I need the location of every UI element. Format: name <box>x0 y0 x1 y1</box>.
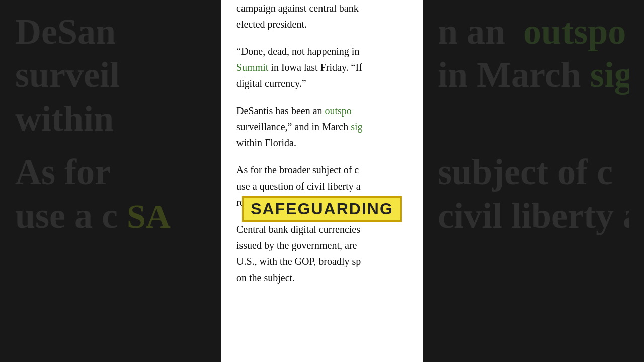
outspo-link: outspo <box>325 105 352 116</box>
sig-link: sig <box>351 121 362 132</box>
paragraph-1: campaign against central bank elected pr… <box>236 0 408 32</box>
video-frame: DeSan surveil within As for use a c SA n… <box>0 0 644 362</box>
paragraph-3: DeSantis has been an outspo surveillance… <box>236 103 408 151</box>
dark-overlay-left <box>0 0 221 362</box>
paragraph-5: Central bank digital currencies issued b… <box>236 221 408 286</box>
article-panel: campaign against central bank elected pr… <box>221 0 423 362</box>
summit-link: Summit <box>236 62 268 73</box>
highlight-badge-container: SAFEGUARDING <box>221 196 423 222</box>
dark-overlay-right <box>423 0 644 362</box>
paragraph-2: “Done, dead, not happening in Summit in … <box>236 43 408 92</box>
highlight-word: SAFEGUARDING <box>242 196 402 222</box>
